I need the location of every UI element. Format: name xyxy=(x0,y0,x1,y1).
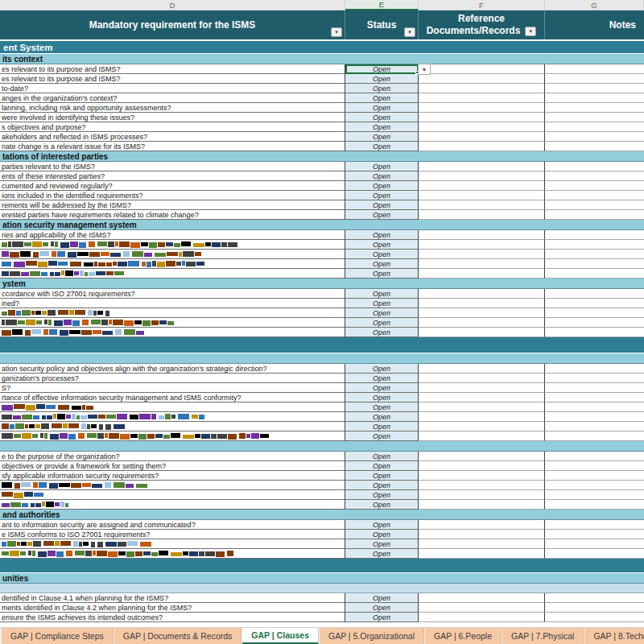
requirement-cell[interactable]: S? xyxy=(0,383,345,393)
sheet-tab-gap-7-physical[interactable]: GAP | 7.Physical xyxy=(502,628,584,644)
requirement-cell[interactable]: nate change is a relevant issue for its … xyxy=(0,142,345,151)
reference-cell[interactable] xyxy=(419,200,545,210)
status-cell[interactable]: Open xyxy=(345,318,419,328)
reference-cell[interactable] xyxy=(419,181,545,191)
reference-cell[interactable] xyxy=(419,593,545,603)
status-cell[interactable]: Open xyxy=(345,402,419,412)
requirement-cell[interactable]: e ISMS conforms to ISO 27001 requirement… xyxy=(0,530,345,539)
notes-cell[interactable] xyxy=(545,393,644,402)
sheet-tab-gap-6-people[interactable]: GAP | 6.People xyxy=(425,628,502,644)
requirement-cell[interactable] xyxy=(0,490,345,500)
status-cell[interactable]: Open xyxy=(345,122,419,132)
sheet-tab-gap-compliance-steps[interactable]: GAP | Compliance Steps xyxy=(2,628,114,644)
requirement-cell[interactable]: ant to information security are assigned… xyxy=(0,520,345,530)
status-cell[interactable]: Open xyxy=(345,113,419,122)
notes-cell[interactable] xyxy=(545,431,644,441)
notes-cell[interactable] xyxy=(545,490,644,500)
requirement-cell[interactable]: parties relevant to the ISMS? xyxy=(0,162,345,171)
sheet-tab-gap-clauses[interactable]: GAP | Clauses xyxy=(242,628,319,644)
status-cell[interactable]: Open xyxy=(345,200,419,210)
notes-cell[interactable] xyxy=(545,364,644,374)
status-cell[interactable]: Open xyxy=(345,132,419,142)
requirement-cell[interactable] xyxy=(0,431,345,441)
status-cell[interactable]: Open xyxy=(345,84,419,93)
status-cell[interactable]: Open xyxy=(345,471,419,481)
reference-cell[interactable] xyxy=(419,240,545,250)
notes-cell[interactable] xyxy=(545,383,644,393)
column-header-f[interactable]: F xyxy=(419,0,545,10)
column-header-d[interactable]: D xyxy=(0,0,345,10)
reference-cell[interactable] xyxy=(419,374,545,383)
notes-cell[interactable] xyxy=(545,422,644,431)
status-cell[interactable]: Open xyxy=(345,171,419,181)
reference-cell[interactable] xyxy=(419,500,545,510)
status-cell[interactable]: Open xyxy=(345,74,419,84)
requirement-cell[interactable] xyxy=(0,402,345,412)
sheet-tab-gap-documents-records[interactable]: GAP | Documents & Records xyxy=(114,628,242,644)
requirement-cell[interactable]: rements will be addressed by the ISMS? xyxy=(0,200,345,210)
notes-cell[interactable] xyxy=(545,200,644,210)
reference-cell[interactable] xyxy=(419,364,545,374)
notes-cell[interactable] xyxy=(545,93,644,103)
notes-cell[interactable] xyxy=(545,269,644,279)
status-cell[interactable]: Open xyxy=(345,364,419,374)
notes-cell[interactable] xyxy=(545,412,644,422)
status-cell[interactable]: Open xyxy=(345,500,419,510)
reference-cell[interactable] xyxy=(419,520,545,530)
reference-cell[interactable] xyxy=(419,452,545,461)
reference-cell[interactable] xyxy=(419,603,545,613)
notes-cell[interactable] xyxy=(545,132,644,142)
notes-cell[interactable] xyxy=(545,549,644,559)
status-cell[interactable]: Open xyxy=(345,613,419,622)
status-cell[interactable]: Open xyxy=(345,422,419,431)
status-cell[interactable]: Open xyxy=(345,603,419,613)
notes-cell[interactable] xyxy=(545,230,644,240)
reference-cell[interactable] xyxy=(419,113,545,122)
status-cell[interactable]: Open xyxy=(345,269,419,279)
notes-cell[interactable] xyxy=(545,122,644,132)
status-cell[interactable]: Open xyxy=(345,162,419,171)
reference-cell[interactable] xyxy=(419,422,545,431)
notes-cell[interactable] xyxy=(545,481,644,490)
reference-cell[interactable] xyxy=(419,539,545,549)
status-cell[interactable]: Open xyxy=(345,289,419,299)
notes-cell[interactable] xyxy=(545,64,644,74)
notes-cell[interactable] xyxy=(545,191,644,200)
notes-cell[interactable] xyxy=(545,142,644,151)
reference-cell[interactable] xyxy=(419,530,545,539)
notes-cell[interactable] xyxy=(545,299,644,308)
reference-cell[interactable] xyxy=(419,481,545,490)
requirement-cell[interactable]: ries and applicability of the ISMS? xyxy=(0,230,345,240)
notes-cell[interactable] xyxy=(545,461,644,471)
status-cell[interactable]: Open xyxy=(345,328,419,337)
notes-cell[interactable] xyxy=(545,250,644,259)
filter-dropdown-icon[interactable]: ▼ xyxy=(525,27,536,36)
reference-cell[interactable] xyxy=(419,461,545,471)
status-cell[interactable]: Open xyxy=(345,383,419,393)
requirement-cell[interactable] xyxy=(0,328,345,337)
reference-cell[interactable] xyxy=(419,259,545,269)
requirement-cell[interactable]: ation security policy and objectives ali… xyxy=(0,364,345,374)
notes-cell[interactable] xyxy=(545,530,644,539)
requirement-cell[interactable]: erested parties have requirements relate… xyxy=(0,210,345,220)
reference-cell[interactable] xyxy=(419,299,545,308)
requirement-cell[interactable] xyxy=(0,240,345,250)
reference-cell[interactable] xyxy=(419,289,545,299)
status-cell[interactable]: Open xyxy=(345,250,419,259)
reference-cell[interactable] xyxy=(419,549,545,559)
requirement-cell[interactable]: to-date? xyxy=(0,84,345,93)
notes-cell[interactable] xyxy=(545,103,644,113)
status-cell[interactable]: Open xyxy=(345,520,419,530)
requirement-cell[interactable]: rtance of effective information security… xyxy=(0,393,345,402)
notes-cell[interactable] xyxy=(545,289,644,299)
reference-cell[interactable] xyxy=(419,230,545,240)
status-cell[interactable]: Open xyxy=(345,374,419,383)
status-cell[interactable]: Open xyxy=(345,181,419,191)
notes-cell[interactable] xyxy=(545,240,644,250)
reference-cell[interactable] xyxy=(419,74,545,84)
notes-cell[interactable] xyxy=(545,520,644,530)
reference-cell[interactable] xyxy=(419,328,545,337)
notes-cell[interactable] xyxy=(545,74,644,84)
status-cell[interactable]: Open xyxy=(345,490,419,500)
requirement-cell[interactable]: sfy applicable information security requ… xyxy=(0,471,345,481)
